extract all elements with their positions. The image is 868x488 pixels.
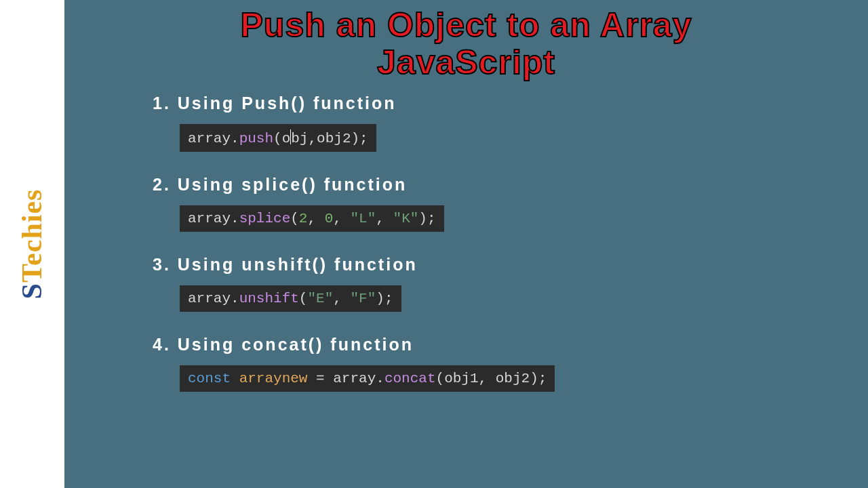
code-token: = (307, 371, 333, 386)
section-heading-2: 2. Using splice() function (153, 175, 841, 195)
code-token-method: concat (384, 371, 436, 386)
logo-letter-t: T (17, 266, 48, 283)
code-token: ); (418, 211, 435, 226)
section-heading-3: 3. Using unshift() function (153, 255, 841, 274)
code-token: ); (351, 131, 368, 146)
code-token: bj,obj2 (291, 131, 351, 146)
code-token-method: splice (239, 211, 291, 226)
code-token: obj2 (496, 371, 530, 386)
section-unshift: 3. Using unshift() function array.unshif… (153, 255, 841, 327)
main-content: Push an Object to an Array JavaScript 1.… (64, 0, 868, 488)
code-token: . (231, 211, 239, 226)
page-title: Push an Object to an Array JavaScript (92, 7, 841, 81)
code-token-number: 2 (299, 211, 308, 226)
code-token: array (188, 131, 231, 146)
code-token: ); (376, 291, 393, 306)
code-token: array (333, 371, 376, 386)
sidebar: STechies (0, 0, 64, 488)
code-token: array (188, 291, 231, 306)
code-token-method: push (239, 131, 273, 146)
code-token-keyword: const (188, 371, 231, 386)
code-token: , (376, 211, 393, 226)
logo-letter-s: S (17, 283, 48, 299)
code-token-string: "E" (307, 291, 333, 306)
code-block-splice: array.splice(2, 0, "L", "K"); (180, 205, 444, 232)
code-token: . (376, 371, 384, 386)
code-token: obj1 (444, 371, 478, 386)
code-token: ( (436, 371, 445, 386)
code-token: ( (290, 211, 299, 226)
code-token-method: unshift (239, 291, 299, 306)
section-heading-1: 1. Using Push() function (153, 94, 841, 113)
section-concat: 4. Using concat() function const arrayne… (153, 335, 841, 407)
code-token: . (231, 291, 239, 306)
section-push: 1. Using Push() function array.push(obj,… (153, 94, 841, 167)
logo-rest: echies (17, 189, 48, 266)
section-splice: 2. Using splice() function array.splice(… (153, 175, 841, 247)
code-token: . (231, 131, 239, 146)
code-block-push: array.push(obj,obj2); (180, 124, 376, 152)
code-token-variable: arraynew (239, 371, 308, 386)
code-token: , (333, 291, 350, 306)
code-token (231, 371, 239, 386)
logo: STechies (16, 189, 49, 300)
code-token: ( (299, 291, 308, 306)
code-token: ); (530, 371, 547, 386)
code-token: ( (273, 131, 282, 146)
title-line-1: Push an Object to an Array (92, 7, 841, 44)
code-token: , (479, 371, 496, 386)
code-token: , (307, 211, 324, 226)
code-block-unshift: array.unshift("E", "F"); (180, 285, 401, 312)
code-token-string: "L" (351, 211, 376, 226)
code-token: , (333, 211, 350, 226)
code-block-concat: const arraynew = array.concat(obj1, obj2… (180, 365, 555, 392)
code-token: array (188, 211, 231, 226)
title-line-2: JavaScript (92, 44, 841, 81)
code-token-number: 0 (325, 211, 334, 226)
code-token-string: "K" (393, 211, 419, 226)
code-token: o (282, 131, 291, 146)
code-token-string: "F" (350, 291, 376, 306)
section-heading-4: 4. Using concat() function (153, 335, 841, 354)
